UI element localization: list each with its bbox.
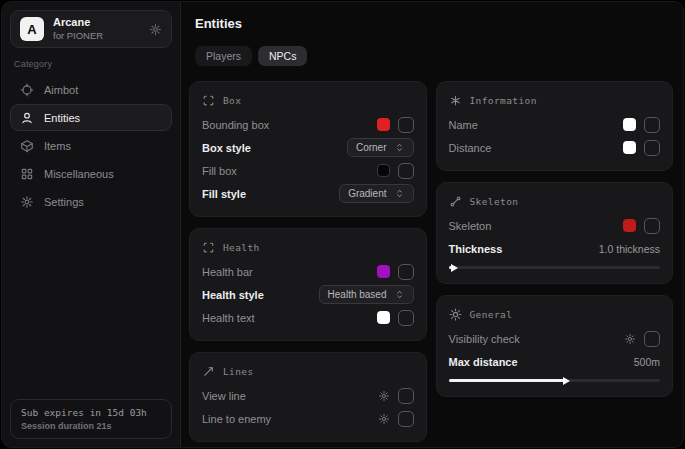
- tab-players[interactable]: Players: [195, 46, 252, 66]
- color-swatch[interactable]: [377, 118, 390, 131]
- color-swatch[interactable]: [377, 311, 390, 324]
- slider-max-distance[interactable]: [449, 376, 661, 385]
- setting-controls: [378, 411, 414, 427]
- setting-label: Name: [449, 119, 478, 131]
- sidebar-nav: AimbotEntitiesItemsMiscellaneousSettings: [10, 76, 172, 215]
- card-title: Lines: [223, 366, 254, 377]
- setting-controls: 1.0 thickness: [599, 243, 660, 255]
- unfold-icon: [394, 142, 405, 153]
- slider-thumb[interactable]: [451, 264, 458, 272]
- subscription-box: Sub expires in 15d 03h Session duration …: [10, 399, 172, 439]
- card-title: Skeleton: [470, 196, 519, 207]
- setting-row: Bounding box: [202, 113, 414, 136]
- card-column: BoxBounding boxBox styleCornerFill boxFi…: [189, 81, 427, 442]
- checkbox[interactable]: [398, 388, 414, 404]
- select-health-style[interactable]: Health based: [319, 285, 414, 304]
- color-swatch[interactable]: [623, 118, 636, 131]
- gear-icon[interactable]: [149, 23, 162, 36]
- slider-value: 1.0 thickness: [599, 243, 660, 255]
- checkbox[interactable]: [644, 140, 660, 156]
- card-general: GeneralVisibility checkMax distance500m: [436, 295, 674, 397]
- setting-controls: [377, 163, 414, 179]
- unfold-icon: [394, 188, 405, 199]
- slider-fill: [449, 379, 565, 382]
- setting-row: Health styleHealth based: [202, 283, 414, 306]
- setting-label: Visibility check: [449, 333, 520, 345]
- scan-icon: [202, 94, 215, 107]
- gear-icon[interactable]: [378, 390, 390, 402]
- checkbox[interactable]: [644, 331, 660, 347]
- sidebar-item-items[interactable]: Items: [10, 132, 172, 159]
- card-header: General: [449, 308, 661, 321]
- setting-controls: [377, 264, 414, 280]
- gear-icon: [20, 195, 34, 209]
- setting-controls: Corner: [347, 138, 414, 157]
- setting-controls: [377, 117, 414, 133]
- setting-label: View line: [202, 390, 246, 402]
- gear-icon[interactable]: [378, 413, 390, 425]
- color-swatch[interactable]: [623, 219, 636, 232]
- sidebar-item-label: Entities: [44, 112, 80, 124]
- select-fill-style[interactable]: Gradient: [339, 184, 413, 203]
- slider-track[interactable]: [449, 266, 661, 269]
- sidebar-item-miscellaneous[interactable]: Miscellaneous: [10, 160, 172, 187]
- setting-controls: [623, 140, 660, 156]
- checkbox[interactable]: [398, 117, 414, 133]
- setting-row: Visibility check: [449, 327, 661, 350]
- brand-card: A Arcane for PIONER: [10, 10, 172, 48]
- setting-row: Line to enemy: [202, 407, 414, 430]
- sidebar-item-aimbot[interactable]: Aimbot: [10, 76, 172, 103]
- checkbox[interactable]: [644, 218, 660, 234]
- setting-controls: [624, 331, 660, 347]
- select-value: Gradient: [348, 188, 386, 199]
- select-value: Corner: [356, 142, 387, 153]
- card-title: Health: [223, 242, 260, 253]
- setting-row: Health bar: [202, 260, 414, 283]
- setting-label: Health bar: [202, 266, 253, 278]
- diagonal-line-icon: [202, 365, 215, 378]
- tab-bar: Players NPCs: [195, 46, 673, 66]
- card-header: Box: [202, 94, 414, 107]
- card-columns: BoxBounding boxBox styleCornerFill boxFi…: [189, 81, 673, 442]
- slider-thickness[interactable]: [449, 263, 661, 272]
- setting-row: Fill box: [202, 159, 414, 182]
- tab-npcs[interactable]: NPCs: [258, 46, 307, 66]
- asterisk-icon: [449, 94, 462, 107]
- checkbox[interactable]: [398, 163, 414, 179]
- setting-label: Health text: [202, 312, 255, 324]
- setting-row: Distance: [449, 136, 661, 159]
- checkbox[interactable]: [398, 411, 414, 427]
- setting-label: Line to enemy: [202, 413, 271, 425]
- page-title: Entities: [195, 16, 673, 31]
- package-icon: [20, 139, 34, 153]
- app-window: A Arcane for PIONER Category AimbotEntit…: [1, 1, 684, 448]
- select-box-style[interactable]: Corner: [347, 138, 414, 157]
- crosshair-icon: [20, 83, 34, 97]
- card-title: Information: [470, 95, 537, 106]
- checkbox[interactable]: [398, 310, 414, 326]
- brand-name: Arcane: [53, 16, 103, 30]
- setting-label: Health style: [202, 289, 264, 301]
- slider-thumb[interactable]: [563, 377, 570, 385]
- checkbox[interactable]: [644, 117, 660, 133]
- grid-icon: [20, 167, 34, 181]
- main-panel: Entities Players NPCs BoxBounding boxBox…: [181, 2, 683, 447]
- color-swatch[interactable]: [623, 141, 636, 154]
- card-header: Lines: [202, 365, 414, 378]
- card-header: Information: [449, 94, 661, 107]
- sidebar-item-settings[interactable]: Settings: [10, 188, 172, 215]
- setting-controls: 500m: [634, 356, 660, 368]
- gear-icon[interactable]: [624, 333, 636, 345]
- setting-label: Thickness: [449, 243, 503, 255]
- card-box: BoxBounding boxBox styleCornerFill boxFi…: [189, 81, 427, 217]
- bone-icon: [449, 195, 462, 208]
- setting-controls: [377, 310, 414, 326]
- color-swatch[interactable]: [377, 164, 390, 177]
- sidebar-item-entities[interactable]: Entities: [10, 104, 172, 131]
- setting-label: Box style: [202, 142, 251, 154]
- color-swatch[interactable]: [377, 265, 390, 278]
- setting-controls: [623, 117, 660, 133]
- setting-label: Max distance: [449, 356, 518, 368]
- checkbox[interactable]: [398, 264, 414, 280]
- card-title: General: [470, 309, 513, 320]
